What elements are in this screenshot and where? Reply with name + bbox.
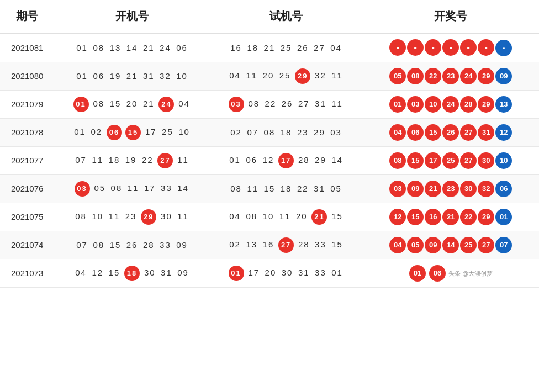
lottery-ball: 09 xyxy=(495,68,512,84)
plain-num: 30 xyxy=(160,211,173,221)
plain-num: 08 xyxy=(230,184,243,193)
lottery-ball: 31 xyxy=(478,124,494,141)
kaiji-cell: 08 10 11 23 29 30 11 xyxy=(54,203,210,231)
plain-num: 15 xyxy=(109,240,122,250)
plain-num: 08 xyxy=(75,211,88,221)
plain-num: 23 xyxy=(124,211,138,221)
shiji-cell: 01 17 20 30 31 33 01 xyxy=(210,259,363,287)
plain-num: 28 xyxy=(297,240,310,249)
shiji-cell: 02 07 08 18 23 29 03 xyxy=(210,118,363,146)
plain-num: 27 xyxy=(297,99,310,108)
lottery-ball: 21 xyxy=(442,209,459,225)
lottery-ball: 25 xyxy=(442,152,459,169)
table-row: 202107407 08 15 26 28 33 0902 13 16 27 2… xyxy=(0,231,539,259)
highlight-red-num: 06 xyxy=(107,125,122,140)
plain-num: 26 xyxy=(296,43,309,52)
lottery-ball: 04 xyxy=(389,124,406,141)
kaiji-cell: 07 08 15 26 28 33 09 xyxy=(54,231,210,259)
plain-num: 29 xyxy=(314,155,327,165)
lottery-ball: - xyxy=(389,39,406,56)
plain-num: 05 xyxy=(93,183,107,193)
highlight-red-num: 18 xyxy=(124,266,140,281)
period-cell: 2021074 xyxy=(0,231,54,259)
shiji-cell: 02 13 16 27 28 33 15 xyxy=(210,231,363,259)
plain-num: 15 xyxy=(108,268,121,277)
plain-num: 24 xyxy=(158,43,172,52)
plain-num: 08 xyxy=(92,240,105,250)
plain-num: 15 xyxy=(109,99,122,108)
plain-num: 11 xyxy=(331,71,344,80)
kaijang-cell: 01031024282913 xyxy=(362,90,539,118)
plain-num: 13 xyxy=(245,240,258,249)
period-cell: 2021081 xyxy=(0,33,54,62)
highlight-red-num: 03 xyxy=(75,181,90,197)
plain-num: 11 xyxy=(126,183,140,193)
plain-num: 15 xyxy=(331,211,344,221)
kaiji-cell: 01 06 19 21 31 32 10 xyxy=(54,62,210,90)
lottery-table: 期号 开机号 试机号 开奖号 202108101 08 13 14 21 24 … xyxy=(0,0,539,288)
lottery-ball: 24 xyxy=(460,68,477,84)
lottery-ball: 28 xyxy=(460,96,477,113)
shiji-cell: 16 18 21 25 26 27 04 xyxy=(210,33,363,62)
period-cell: 2021078 xyxy=(0,118,54,146)
plain-num: 31 xyxy=(313,184,326,193)
plain-num: 30 xyxy=(143,268,156,277)
plain-num: 17 xyxy=(143,183,156,193)
header-shiji: 试机号 xyxy=(210,0,363,33)
plain-num: 11 xyxy=(278,211,292,221)
header-kaijang: 开奖号 xyxy=(362,0,539,33)
plain-num: 13 xyxy=(109,43,122,52)
lottery-ball: 15 xyxy=(425,124,441,141)
lottery-ball: 14 xyxy=(442,237,459,253)
lottery-ball: 30 xyxy=(478,152,494,169)
plain-num: 31 xyxy=(160,268,173,277)
period-cell: 2021079 xyxy=(0,90,54,118)
plain-num: 25 xyxy=(161,127,174,136)
lottery-ball: 17 xyxy=(425,152,441,169)
plain-num: 11 xyxy=(177,155,190,165)
table-row: 202107707 11 18 19 22 27 1101 06 12 17 2… xyxy=(0,146,539,174)
lottery-ball: 07 xyxy=(495,237,512,253)
lottery-ball: - xyxy=(460,39,477,56)
lottery-ball: - xyxy=(425,39,441,56)
kaijang-cell: 03092123303206 xyxy=(362,174,539,203)
highlight-red-num: 29 xyxy=(141,209,156,225)
highlight-red-num: 17 xyxy=(278,153,294,168)
table-row: 202107801 02 06 15 17 25 1002 07 08 18 2… xyxy=(0,118,539,146)
lottery-ball: 30 xyxy=(460,181,477,197)
kaiji-cell: 03 05 08 11 17 33 14 xyxy=(54,174,210,203)
kaijang-cell: 05082223242909 xyxy=(362,62,539,90)
plain-num: 17 xyxy=(247,268,261,277)
lottery-ball: - xyxy=(495,40,512,56)
plain-num: 29 xyxy=(313,128,326,137)
plain-num: 33 xyxy=(314,268,327,277)
plain-num: 10 xyxy=(178,127,191,136)
lottery-ball: 23 xyxy=(442,68,459,84)
kaijang-cell: 08151725273010 xyxy=(362,146,539,174)
plain-num: 31 xyxy=(314,99,327,108)
plain-num: 01 xyxy=(76,43,89,52)
lottery-ball: 32 xyxy=(478,181,494,197)
lottery-ball: 01 xyxy=(389,96,406,113)
kaijang-cell: ------- xyxy=(362,33,539,62)
lottery-ball: 22 xyxy=(460,209,477,225)
plain-num: 04 xyxy=(330,43,343,52)
plain-num: 11 xyxy=(331,99,344,108)
lottery-ball: 29 xyxy=(478,209,494,225)
plain-num: 12 xyxy=(91,268,104,277)
highlight-red-num: 29 xyxy=(295,68,310,84)
lottery-ball: 01 xyxy=(409,265,426,282)
plain-num: 08 xyxy=(92,43,105,52)
plain-num: 18 xyxy=(279,128,293,137)
plain-num: 06 xyxy=(176,43,189,52)
lottery-ball: 23 xyxy=(442,181,459,197)
kaiji-cell: 01 02 06 15 17 25 10 xyxy=(54,118,210,146)
plain-num: 21 xyxy=(142,99,155,108)
lottery-ball: 09 xyxy=(407,181,424,197)
lottery-ball: 08 xyxy=(389,152,406,169)
plain-num: 21 xyxy=(142,43,155,52)
plain-num: 25 xyxy=(279,43,293,52)
lottery-ball: - xyxy=(478,39,494,56)
plain-num: 26 xyxy=(281,99,294,108)
lottery-ball: 25 xyxy=(460,237,477,253)
